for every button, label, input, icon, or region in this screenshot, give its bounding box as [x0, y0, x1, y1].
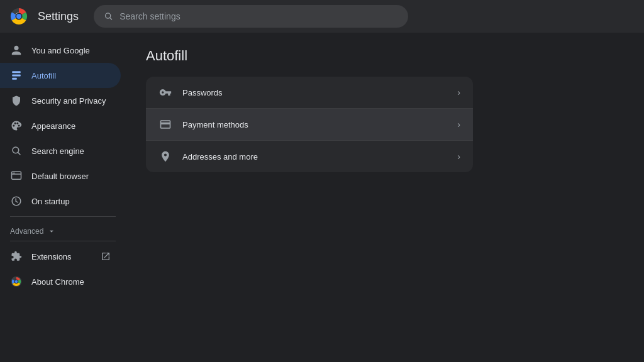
sidebar-item-autofill[interactable]: Autofill [0, 63, 121, 88]
chevron-right-icon: › [457, 87, 460, 97]
location-icon [158, 150, 172, 163]
sidebar-item-you-and-google[interactable]: You and Google [0, 38, 121, 63]
chrome-about-icon [10, 275, 23, 288]
svg-point-12 [13, 172, 14, 173]
svg-point-13 [14, 172, 16, 173]
autofill-icon [10, 69, 23, 82]
passwords-item[interactable]: Passwords › [146, 77, 473, 108]
sidebar-item-label: Extensions [31, 252, 72, 261]
item-label: Passwords [182, 88, 457, 97]
chrome-logo-icon [10, 8, 28, 25]
search-bar[interactable] [94, 5, 408, 28]
content-area: Autofill Passwords › Paymen [126, 33, 644, 362]
payment-methods-item[interactable]: Payment methods › [146, 108, 473, 140]
item-label: Addresses and more [182, 152, 457, 162]
sidebar-item-label: Default browser [31, 172, 89, 181]
sidebar-item-label: About Chrome [31, 277, 84, 287]
svg-rect-8 [12, 78, 17, 80]
sidebar-item-default-browser[interactable]: Default browser [0, 163, 121, 189]
startup-icon [10, 195, 23, 207]
palette-icon [10, 119, 23, 132]
chevron-down-icon [47, 227, 56, 236]
sidebar-item-security-privacy[interactable]: Security and Privacy [0, 88, 121, 113]
search-icon [104, 11, 113, 21]
app-title: Settings [38, 10, 79, 23]
shield-icon [10, 94, 23, 107]
advanced-section-label[interactable]: Advanced [0, 219, 126, 238]
chevron-right-icon: › [457, 151, 460, 162]
key-icon [158, 85, 172, 99]
sidebar-item-label: You and Google [31, 46, 90, 55]
sidebar-item-label: On startup [31, 197, 70, 206]
svg-point-4 [16, 14, 21, 19]
sidebar-item-about-chrome[interactable]: About Chrome [0, 269, 121, 294]
search-icon [10, 145, 23, 157]
addresses-item[interactable]: Addresses and more › [146, 140, 473, 172]
sidebar: You and Google Autofill Security and Pri… [0, 33, 126, 362]
sidebar-item-label: Autofill [31, 71, 56, 80]
sidebar-divider-2 [10, 241, 116, 241]
sidebar-item-label: Search engine [31, 146, 84, 156]
sidebar-item-label: Appearance [31, 121, 75, 131]
main-layout: You and Google Autofill Security and Pri… [0, 33, 644, 362]
search-input[interactable] [119, 11, 398, 21]
advanced-label: Advanced [10, 227, 43, 236]
svg-rect-6 [12, 71, 21, 73]
person-icon [10, 44, 23, 57]
sidebar-item-label: Security and Privacy [31, 96, 106, 106]
sidebar-item-appearance[interactable]: Appearance [0, 113, 121, 138]
topbar: Settings [0, 0, 644, 33]
item-label: Payment methods [182, 120, 457, 129]
autofill-card: Passwords › Payment methods › [146, 77, 473, 172]
sidebar-item-search-engine[interactable]: Search engine [0, 138, 121, 163]
svg-point-16 [15, 280, 18, 283]
sidebar-item-extensions[interactable]: Extensions [0, 244, 121, 269]
browser-icon [10, 170, 23, 182]
sidebar-divider [10, 216, 116, 217]
sidebar-item-on-startup[interactable]: On startup [0, 189, 121, 214]
card-icon [158, 118, 172, 131]
page-title: Autofill [146, 48, 624, 64]
extensions-icon [10, 250, 23, 263]
svg-rect-7 [12, 75, 21, 77]
chevron-right-icon: › [457, 119, 460, 129]
external-link-icon [101, 251, 111, 261]
